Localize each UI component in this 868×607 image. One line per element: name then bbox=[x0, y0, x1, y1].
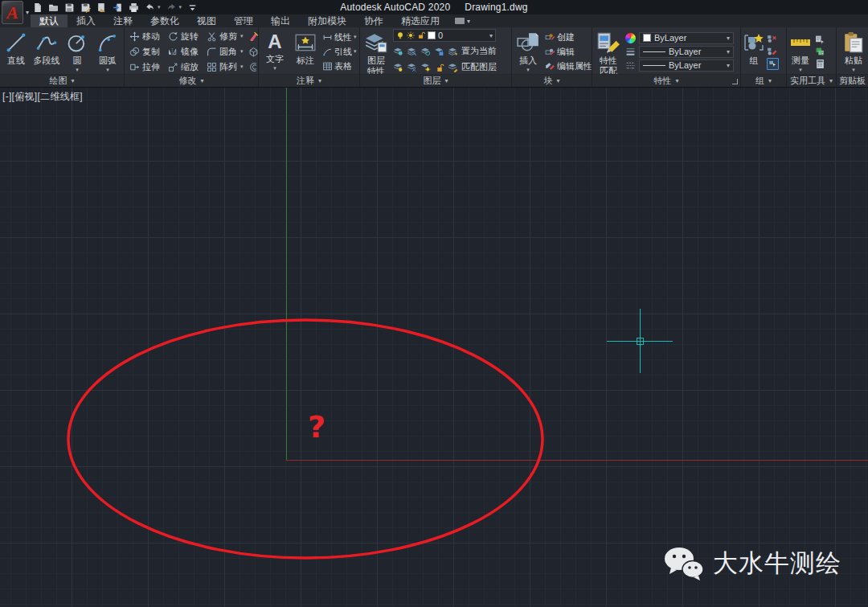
drawn-ellipse[interactable] bbox=[68, 320, 542, 558]
save-button[interactable] bbox=[64, 2, 75, 13]
linetype-dropdown[interactable]: ByLayer▾ bbox=[639, 59, 734, 72]
tab-view[interactable]: 视图 bbox=[188, 14, 225, 27]
edit-attributes-button[interactable]: 编辑属性▾ bbox=[545, 60, 592, 72]
tab-addins[interactable]: 附加模块 bbox=[299, 14, 355, 27]
redo-button[interactable] bbox=[166, 2, 177, 13]
tab-default[interactable]: 默认 bbox=[31, 14, 68, 27]
export-button[interactable] bbox=[113, 2, 123, 13]
stretch-button[interactable]: 拉伸 bbox=[129, 61, 168, 73]
rotate-button[interactable]: 旋转 bbox=[168, 31, 207, 43]
quick-select-icon[interactable] bbox=[815, 35, 825, 45]
tab-manage[interactable]: 管理 bbox=[225, 14, 262, 27]
drawing-canvas[interactable]: [-][俯视][二维线框] ? 大水牛测绘 bbox=[0, 88, 868, 606]
undo-dropdown-icon[interactable]: ▾ bbox=[158, 4, 161, 10]
layer-on-icon[interactable] bbox=[393, 62, 403, 72]
layer-lock-icon[interactable] bbox=[434, 46, 444, 56]
move-button[interactable]: 移动 bbox=[129, 31, 168, 43]
chevron-down-icon[interactable]: ▾ bbox=[240, 48, 244, 55]
table-button[interactable]: 表格 bbox=[322, 60, 357, 72]
layer-thaw-icon[interactable] bbox=[407, 62, 417, 72]
panel-properties-footer[interactable]: 特性▾ bbox=[592, 74, 740, 87]
chevron-down-icon[interactable]: ▾ bbox=[799, 67, 802, 73]
chevron-down-icon[interactable]: ▾ bbox=[76, 67, 79, 73]
chevron-down-icon[interactable]: ▾ bbox=[489, 32, 493, 39]
group-edit-icon[interactable] bbox=[767, 46, 777, 56]
panel-group-footer[interactable]: 组▾ bbox=[741, 74, 786, 87]
polyline-button[interactable]: 多段线 bbox=[33, 29, 60, 74]
lineweight-dropdown[interactable]: ByLayer▾ bbox=[639, 46, 734, 58]
save-as-button[interactable] bbox=[80, 2, 91, 13]
customize-qat-button[interactable] bbox=[187, 2, 198, 13]
array-button[interactable]: 阵列▾ bbox=[207, 61, 248, 73]
leader-button[interactable]: 引线▾ bbox=[322, 46, 357, 58]
panel-utilities-footer[interactable]: 实用工具▾ bbox=[787, 74, 836, 87]
chevron-down-icon[interactable]: ▾ bbox=[240, 64, 244, 70]
tab-insert[interactable]: 插入 bbox=[68, 14, 104, 27]
chevron-down-icon[interactable]: ▾ bbox=[526, 67, 530, 73]
new-file-button[interactable] bbox=[32, 2, 43, 13]
erase-button[interactable] bbox=[248, 31, 258, 42]
offset-button[interactable] bbox=[248, 62, 258, 72]
panel-modify-footer[interactable]: 修改▾ bbox=[125, 74, 258, 87]
layer-unlock-icon[interactable] bbox=[434, 62, 444, 72]
group-selection-toggle[interactable] bbox=[767, 58, 779, 70]
circle-button[interactable]: 圆 ▾ bbox=[63, 29, 91, 74]
ungroup-icon[interactable] bbox=[767, 34, 777, 44]
arc-button[interactable]: 圆弧 ▾ bbox=[94, 29, 121, 74]
edit-block-button[interactable]: 编辑 bbox=[545, 46, 592, 58]
chevron-down-icon[interactable]: ▾ bbox=[852, 67, 855, 73]
layer-select-dropdown[interactable]: 0 ▾ bbox=[393, 29, 496, 42]
layer-isolate-icon[interactable] bbox=[393, 46, 403, 56]
chevron-down-icon[interactable]: ▾ bbox=[240, 33, 244, 39]
redo-dropdown-icon[interactable]: ▾ bbox=[179, 4, 182, 10]
chevron-down-icon[interactable]: ▾ bbox=[273, 65, 276, 72]
open-folder-button[interactable] bbox=[48, 2, 59, 13]
match-layer-button[interactable]: 匹配图层 bbox=[461, 61, 497, 73]
create-block-button[interactable]: 创建 bbox=[545, 31, 592, 43]
quick-calc-icon[interactable] bbox=[815, 59, 825, 69]
tab-featured-apps[interactable]: 精选应用 bbox=[392, 14, 448, 27]
panel-block-footer[interactable]: 块▾ bbox=[512, 74, 592, 87]
chevron-down-icon[interactable]: ▾ bbox=[106, 67, 109, 73]
plot-preview-button[interactable] bbox=[96, 2, 107, 13]
panel-annotation-footer[interactable]: 注释▾ bbox=[259, 74, 359, 87]
match-properties-button[interactable]: 特性匹配 bbox=[595, 29, 622, 74]
tab-output[interactable]: 输出 bbox=[262, 14, 299, 27]
layer-sun-icon[interactable] bbox=[420, 62, 431, 72]
set-current-button[interactable]: 置为当前 bbox=[461, 45, 497, 57]
explode-button[interactable] bbox=[248, 47, 258, 57]
dialog-launcher-icon[interactable] bbox=[732, 79, 738, 84]
layer-unisolate-icon[interactable] bbox=[407, 46, 417, 56]
tab-parametric[interactable]: 参数化 bbox=[141, 14, 188, 27]
tab-collaborate[interactable]: 协作 bbox=[355, 14, 392, 27]
linear-dimension-button[interactable]: 线性▾ bbox=[322, 31, 357, 43]
autocad-logo-icon[interactable] bbox=[2, 1, 23, 24]
line-button[interactable]: 直线 bbox=[2, 29, 30, 74]
chevron-down-icon[interactable]: ▾ bbox=[354, 48, 357, 55]
ribbon-options-button[interactable]: ▾ bbox=[448, 14, 477, 27]
question-mark-text[interactable]: ? bbox=[308, 409, 326, 445]
panel-draw-footer[interactable]: 绘图▾ bbox=[0, 74, 124, 87]
undo-button[interactable] bbox=[145, 2, 155, 13]
layer-properties-button[interactable]: 图层特性 bbox=[362, 29, 390, 74]
measure-button[interactable]: 测量 ▾ bbox=[788, 29, 813, 74]
panel-clipboard-footer[interactable]: 剪贴板 bbox=[837, 74, 868, 87]
scale-button[interactable]: 缩放 bbox=[168, 61, 207, 73]
trim-button[interactable]: 修剪▾ bbox=[207, 31, 248, 43]
layer-freeze-icon[interactable] bbox=[420, 46, 431, 56]
panel-layers-footer[interactable]: 图层▾ bbox=[360, 74, 511, 87]
select-similar-icon[interactable] bbox=[815, 47, 825, 57]
app-menu-button[interactable]: ▾ bbox=[2, 1, 29, 24]
copy-button[interactable]: 复制 bbox=[129, 46, 168, 58]
chevron-down-icon[interactable]: ▾ bbox=[354, 34, 357, 40]
text-button[interactable]: 文字 ▾ bbox=[261, 29, 289, 74]
paste-button[interactable]: 粘贴 ▾ bbox=[840, 29, 867, 74]
fillet-button[interactable]: 圆角▾ bbox=[207, 46, 248, 58]
group-button[interactable]: 组 bbox=[743, 29, 765, 74]
mirror-button[interactable]: 镜像 bbox=[168, 46, 207, 58]
object-color-dropdown[interactable]: ByLayer▾ bbox=[639, 32, 734, 44]
insert-block-button[interactable]: 插入 ▾ bbox=[514, 29, 542, 74]
dimension-button[interactable]: 标注 bbox=[292, 29, 319, 74]
print-button[interactable] bbox=[129, 2, 139, 13]
tab-annotate[interactable]: 注释 bbox=[104, 14, 141, 27]
